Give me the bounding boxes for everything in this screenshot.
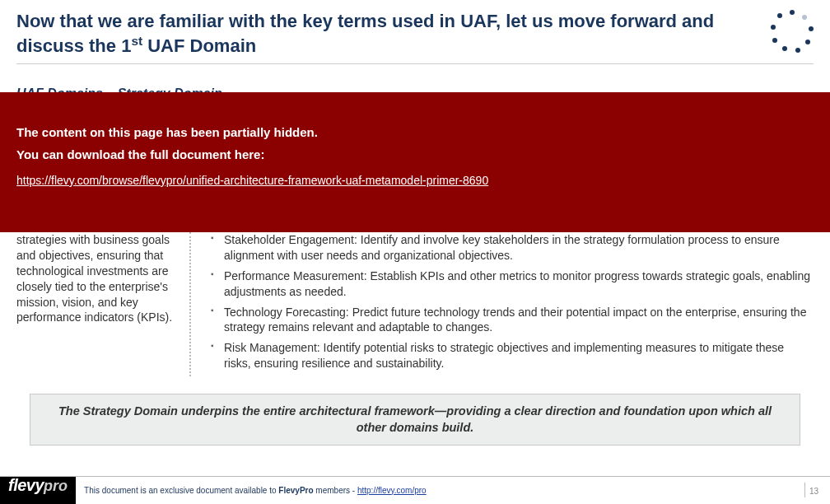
footer-text-pre: This document is an exclusive document a… <box>84 486 278 495</box>
body-content: strategies with business goals and objec… <box>16 232 814 376</box>
header-rule <box>16 63 814 64</box>
hidden-content-overlay: The content on this page has been partia… <box>0 92 830 232</box>
bullet-item: Technology Forecasting: Predict future t… <box>211 305 814 336</box>
overlay-download-link[interactable]: https://flevy.com/browse/flevypro/unifie… <box>16 174 488 187</box>
page-separator <box>804 483 805 497</box>
slide-header: Now that we are familiar with the key te… <box>0 0 830 63</box>
vertical-divider <box>189 232 191 376</box>
overlay-line-1: The content on this page has been partia… <box>16 125 814 139</box>
slide-title: Now that we are familiar with the key te… <box>16 10 741 57</box>
footer-link[interactable]: http://flevy.com/pro <box>357 486 427 495</box>
slide-footer: flevypro This document is an exclusive d… <box>0 476 830 504</box>
bullet-item: Stakeholder Engagement: Identify and inv… <box>211 232 814 264</box>
footer-text: This document is an exclusive document a… <box>84 486 427 495</box>
footer-text-post: members - <box>314 486 357 495</box>
callout-box: The Strategy Domain underpins the entire… <box>30 394 800 446</box>
title-pre: Now that we are familiar with the key te… <box>16 11 714 56</box>
logo-part-2: pro <box>44 478 68 495</box>
bullet-list: Stakeholder Engagement: Identify and inv… <box>206 232 814 371</box>
title-post: UAF Domain <box>142 35 256 56</box>
flevypro-logo: flevypro <box>0 476 76 504</box>
footer-text-bold: FlevyPro <box>278 486 313 495</box>
right-column: Stakeholder Engagement: Identify and inv… <box>206 232 814 376</box>
logo-part-1: flevy <box>8 476 44 495</box>
overlay-line-2: You can download the full document here: <box>16 147 814 161</box>
slide: Now that we are familiar with the key te… <box>0 0 830 504</box>
dotted-circle-logo <box>771 10 814 53</box>
footer-rule <box>0 476 830 477</box>
title-sup: st <box>131 34 142 48</box>
bullet-item: Performance Measurement: Establish KPIs … <box>211 268 814 300</box>
left-column-text: strategies with business goals and objec… <box>16 232 189 376</box>
page-number: 13 <box>809 487 818 496</box>
bullet-item: Risk Management: Identify potential risk… <box>211 340 814 371</box>
